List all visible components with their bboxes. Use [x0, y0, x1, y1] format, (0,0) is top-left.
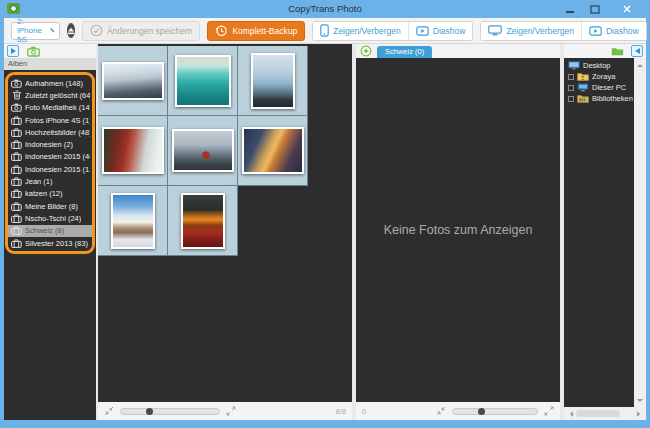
device-show-hide-button[interactable]: Zeigen/Verbergen [313, 22, 408, 40]
photo-sunset-boat-deck[interactable] [242, 127, 304, 174]
grow-thumbnails-icon[interactable] [544, 406, 554, 416]
photo-album-icon [11, 128, 22, 137]
photo-cat-fireplace[interactable] [181, 193, 225, 249]
pc-show-hide-button[interactable]: Zeigen/Verbergen [481, 22, 581, 40]
album-list-item[interactable]: Schweiz (8) [8, 225, 92, 237]
tab-schweiz[interactable]: Schweiz (0) [377, 46, 432, 58]
album-label: Schweiz (8) [25, 226, 64, 235]
eject-device-button[interactable] [67, 23, 75, 38]
horizontal-scrollbar[interactable] [564, 407, 646, 420]
photo-album-icon [11, 140, 22, 149]
tree-item[interactable]: Bibliotheken [564, 93, 634, 104]
save-changes-button[interactable]: Änderungen speichern [82, 21, 201, 41]
photo-cell[interactable] [98, 186, 168, 256]
vertical-scrollbar[interactable] [634, 58, 646, 407]
tree-item[interactable]: Dieser PC [564, 82, 634, 93]
save-changes-label: Änderungen speichern [107, 26, 193, 36]
camera-icon [11, 79, 22, 88]
collapse-tree-panel-button[interactable] [631, 45, 643, 57]
device-slideshow-button[interactable]: Diashow [408, 22, 473, 40]
check-circle-icon [90, 24, 103, 37]
device-view-group: Zeigen/Verbergen Diashow [312, 21, 473, 41]
slider-thumb[interactable] [146, 408, 153, 415]
photo-cell[interactable] [168, 116, 238, 186]
shrink-thumbnails-icon[interactable] [436, 406, 446, 416]
album-list-item[interactable]: Hochzeitsbilder (48) [8, 126, 92, 138]
slider-thumb[interactable] [478, 408, 485, 415]
pc-slideshow-button[interactable]: Diashow [581, 22, 646, 40]
app-window: CopyTrans Photo 2: iPhone 5S Änderungen … [0, 0, 650, 428]
pc-content: Keine Fotos zum Anzeigen [356, 58, 560, 402]
new-folder-button[interactable] [611, 46, 624, 56]
album-list-item[interactable]: Aufnahmen (148) [8, 77, 92, 89]
album-label: Hochzeitsbilder (48) [25, 128, 90, 137]
tree-item-label: Zoraya [592, 72, 615, 81]
photo-motorcycle-mountains[interactable] [172, 129, 234, 172]
shrink-thumbnails-icon[interactable] [104, 406, 114, 416]
album-list-item[interactable]: Indonesien 2015 (12) [8, 163, 92, 175]
album-list-item[interactable]: Indonesien (2) [8, 138, 92, 150]
photo-cell[interactable] [168, 46, 238, 116]
tree-item-label: Dieser PC [592, 83, 626, 92]
photo-album-icon [11, 152, 22, 161]
scroll-left-arrow[interactable] [567, 411, 573, 417]
close-button[interactable] [609, 2, 645, 17]
photo-cell[interactable] [238, 116, 308, 186]
device-select[interactable]: 2: iPhone 5S [11, 22, 60, 40]
album-list-item[interactable]: Silvester 2013 (83) [8, 237, 92, 249]
tree-header [564, 44, 646, 58]
album-list-item[interactable]: Foto Mediathek (149) [8, 102, 92, 114]
album-label: Nscho-Tschi (24) [25, 214, 81, 223]
chevron-down-icon [50, 28, 54, 33]
album-list: Aufnahmen (148) Zuletzt gelöscht (64) [5, 72, 95, 254]
photo-album-icon [11, 116, 22, 125]
photo-cell[interactable] [238, 46, 308, 116]
minimize-button[interactable] [559, 2, 581, 16]
photo-red-jacket-lake[interactable] [102, 127, 164, 174]
play-badge-icon [416, 26, 429, 36]
toolbar: 2: iPhone 5S Änderungen speichern Komple… [4, 18, 646, 44]
album-list-item[interactable]: katzen (12) [8, 188, 92, 200]
photo-winter-chalet[interactable] [111, 193, 155, 249]
photo-sailboat-shore[interactable] [251, 53, 295, 109]
album-list-item[interactable]: Indonesien 2015 (46) [8, 151, 92, 163]
pc-thumbnail-size-slider[interactable] [452, 408, 538, 415]
album-list-item[interactable]: Meine Bilder (8) [8, 200, 92, 212]
grow-thumbnails-icon[interactable] [226, 406, 236, 416]
pc-pane-footer: 0 [356, 402, 560, 420]
photo-album-icon [11, 214, 22, 223]
album-list-item[interactable]: Zuletzt gelöscht (64) [8, 89, 92, 101]
full-backup-button[interactable]: Komplett-Backup [207, 21, 305, 41]
pc-photo-count: 0 [362, 407, 366, 416]
photo-teal-sea-buoys[interactable] [175, 55, 231, 107]
add-tab-button[interactable] [360, 45, 372, 57]
tree-item-label: Desktop [583, 61, 611, 70]
photo-cell[interactable] [98, 116, 168, 186]
album-list-item[interactable]: Jean (1) [8, 175, 92, 187]
device-photos-pane: 8/8 [98, 44, 352, 420]
device-thumbnail-size-slider[interactable] [120, 408, 220, 415]
album-label: Indonesien (2) [25, 140, 73, 149]
expand-device-panel-button[interactable] [7, 45, 19, 57]
photo-pier-boats[interactable] [102, 62, 164, 100]
checkbox[interactable] [568, 74, 574, 80]
tree-item[interactable]: Desktop [564, 60, 634, 71]
scroll-down-arrow[interactable] [637, 399, 643, 405]
photo-cell[interactable] [168, 186, 238, 256]
album-list-item[interactable]: Nscho-Tschi (24) [8, 212, 92, 224]
add-album-button[interactable] [27, 46, 40, 57]
camera-icon [11, 103, 22, 112]
device-show-hide-label: Zeigen/Verbergen [333, 26, 401, 36]
checkbox[interactable] [568, 85, 574, 91]
maximize-button[interactable] [584, 2, 606, 16]
checkbox[interactable] [568, 96, 574, 102]
folder-tree-pane: Desktop Zoraya [564, 44, 646, 420]
scroll-up-arrow[interactable] [637, 61, 643, 67]
photo-cell[interactable] [98, 46, 168, 116]
user-folder-icon [577, 72, 589, 81]
tree-item[interactable]: Zoraya [564, 71, 634, 82]
pc-view-group: Zeigen/Verbergen Diashow [480, 21, 646, 41]
scrollbar-thumb[interactable] [576, 410, 620, 417]
album-list-item[interactable]: Fotos iPhone 4S (1) [8, 114, 92, 126]
scroll-right-arrow[interactable] [637, 411, 643, 417]
